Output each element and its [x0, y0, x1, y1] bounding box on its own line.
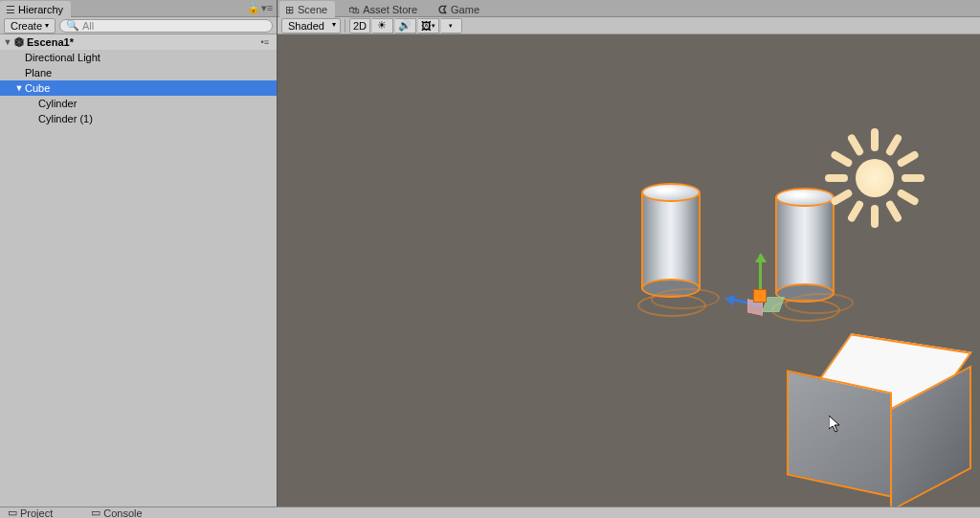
audio-icon: 🔊: [398, 19, 412, 32]
hierarchy-item[interactable]: Directional Light: [0, 50, 277, 65]
gizmos-toggle[interactable]: ▾: [441, 18, 462, 34]
panel-menu-icon[interactable]: ▾≡: [261, 3, 273, 14]
scene-view-panel: ⊞ Scene 🛍 Asset Store ᗧ Game Shaded 2D ☀…: [278, 0, 980, 507]
sun-ray: [896, 189, 920, 207]
hierarchy-icon: ☰: [6, 5, 15, 14]
item-label: Plane: [25, 67, 52, 79]
directional-light-gizmo[interactable]: [827, 130, 923, 226]
cylinder-top: [641, 183, 701, 202]
tab-label: Scene: [298, 4, 327, 15]
sun-ray: [896, 150, 920, 169]
cube-front-face: [787, 370, 892, 497]
hierarchy-item-selected[interactable]: ▼ Cube: [0, 80, 277, 96]
tab-game[interactable]: ᗧ Game: [433, 1, 487, 17]
hierarchy-tab-label: Hierarchy: [18, 4, 63, 15]
cylinder-top: [775, 188, 835, 207]
toggle-2d-label: 2D: [353, 20, 367, 32]
lock-icon[interactable]: 🔒: [248, 3, 259, 14]
shading-mode-label: Shaded: [288, 20, 324, 32]
audio-toggle[interactable]: 🔊: [395, 18, 416, 34]
selection-wireframe: [648, 288, 723, 309]
panel-dock-controls: 🔒 ▾≡: [248, 3, 277, 14]
cylinder-object[interactable]: [641, 192, 701, 288]
cube-object[interactable]: [804, 350, 947, 484]
lighting-toggle[interactable]: ☀: [372, 18, 393, 34]
scene-toolbar: Shaded 2D ☀ 🔊 🖼▾ ▾: [278, 17, 980, 34]
folder-icon: ▭: [8, 507, 17, 518]
asset-store-icon: 🛍: [348, 4, 359, 15]
tab-label: Project: [20, 507, 53, 519]
search-input[interactable]: 🔍 All: [59, 19, 273, 33]
bottom-tab-bar: ▭ Project ▭ Console: [0, 507, 980, 518]
sun-ray: [885, 199, 903, 223]
sun-icon: ☀: [377, 19, 387, 32]
tab-project[interactable]: ▭ Project: [8, 507, 53, 518]
sun-core: [856, 159, 894, 197]
tab-scene[interactable]: ⊞ Scene: [279, 1, 335, 17]
gizmo-center[interactable]: [753, 289, 767, 303]
scene-menu-icon[interactable]: •≡: [261, 37, 275, 47]
fold-icon[interactable]: ▼: [2, 37, 13, 47]
sun-ray: [847, 133, 865, 157]
tab-asset-store[interactable]: 🛍 Asset Store: [343, 1, 425, 17]
toggle-2d-button[interactable]: 2D: [349, 18, 370, 34]
shading-mode-dropdown[interactable]: Shaded: [281, 18, 341, 34]
sun-ray: [902, 174, 924, 182]
dropdown-icon: ▾: [45, 21, 49, 30]
item-label: Cube: [25, 82, 50, 94]
hierarchy-tree[interactable]: ▼ Escena1* •≡ Directional Light Plane ▼ …: [0, 34, 277, 507]
fold-icon[interactable]: ▼: [13, 83, 25, 93]
item-label: Directional Light: [25, 52, 100, 63]
sun-ray: [871, 205, 879, 228]
create-button[interactable]: Create ▾: [4, 18, 56, 34]
transform-gizmo[interactable]: [723, 255, 799, 331]
item-label: Cylinder (1): [38, 113, 93, 124]
hierarchy-toolbar: Create ▾ 🔍 All: [0, 17, 277, 34]
scene-name: Escena1*: [27, 36, 74, 48]
create-label: Create: [11, 20, 42, 32]
dropdown-icon: ▾: [449, 22, 453, 30]
sun-ray: [830, 150, 854, 169]
hierarchy-panel: ☰ Hierarchy 🔒 ▾≡ Create ▾ 🔍 All ▼ Escena…: [0, 0, 278, 507]
sun-ray: [847, 199, 865, 223]
unity-logo-icon: [13, 36, 25, 48]
item-label: Cylinder: [38, 98, 77, 109]
fx-toggle[interactable]: 🖼▾: [418, 18, 439, 34]
hierarchy-item[interactable]: Plane: [0, 65, 277, 80]
sun-ray: [885, 133, 903, 157]
gizmo-y-axis[interactable]: [759, 255, 762, 293]
game-icon: ᗧ: [438, 4, 447, 16]
hierarchy-item[interactable]: Cylinder: [0, 96, 277, 111]
hierarchy-tab[interactable]: ☰ Hierarchy: [0, 1, 71, 17]
scene-root[interactable]: ▼ Escena1* •≡: [0, 34, 277, 50]
sun-ray: [825, 174, 848, 182]
scene-icon: ⊞: [285, 4, 294, 16]
tab-console[interactable]: ▭ Console: [91, 507, 142, 518]
hierarchy-tab-bar: ☰ Hierarchy 🔒 ▾≡: [0, 0, 277, 17]
sun-ray: [871, 128, 879, 151]
tab-label: Asset Store: [363, 4, 417, 15]
tab-label: Console: [103, 507, 142, 519]
console-icon: ▭: [91, 507, 100, 518]
image-icon: 🖼: [421, 20, 432, 32]
dropdown-icon: ▾: [432, 22, 435, 30]
tab-label: Game: [451, 4, 479, 15]
search-icon: 🔍: [66, 19, 79, 32]
search-placeholder: All: [82, 20, 94, 32]
scene-viewport[interactable]: [278, 34, 980, 507]
sun-ray: [830, 189, 854, 207]
hierarchy-item[interactable]: Cylinder (1): [0, 111, 277, 126]
scene-tab-bar: ⊞ Scene 🛍 Asset Store ᗧ Game: [278, 0, 980, 17]
cylinder-body: [641, 192, 701, 288]
